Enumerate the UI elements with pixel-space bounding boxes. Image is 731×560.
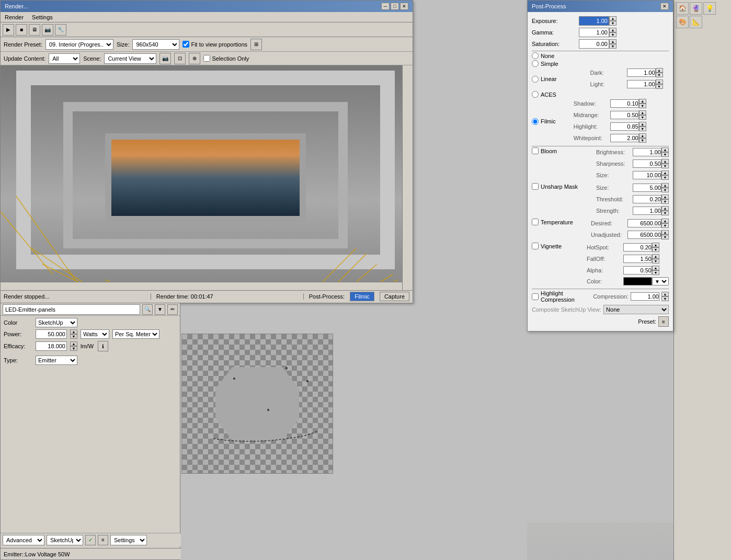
- toolbar-icon-3[interactable]: 💡: [703, 2, 716, 15]
- power-unit-dropdown[interactable]: Watts: [81, 329, 109, 339]
- highlight-input[interactable]: [610, 122, 639, 131]
- copy-icon[interactable]: ⊕: [189, 53, 200, 64]
- exposure-down[interactable]: ▼: [609, 21, 616, 26]
- close-button[interactable]: ✕: [400, 3, 408, 10]
- sharpness-input[interactable]: [633, 159, 661, 168]
- saturation-down[interactable]: ▼: [609, 44, 616, 49]
- whitepoint-down[interactable]: ▼: [639, 138, 646, 143]
- whitepoint-input[interactable]: [610, 134, 639, 142]
- size-dropdown[interactable]: 960x540: [132, 39, 179, 50]
- fit-icon[interactable]: ⊞: [250, 39, 262, 50]
- capture-button[interactable]: Capture: [380, 292, 409, 301]
- bloom-checkbox[interactable]: [532, 147, 539, 154]
- pp-close-button[interactable]: ✕: [660, 3, 669, 10]
- list-icon[interactable]: ≡: [98, 535, 108, 545]
- brightness-down[interactable]: ▼: [661, 152, 669, 157]
- exposure-input[interactable]: [579, 16, 609, 26]
- color-dropdown[interactable]: SketchUp: [36, 318, 77, 327]
- gamma-input[interactable]: [579, 28, 609, 37]
- settings-menu[interactable]: Settings: [30, 13, 55, 21]
- toolbar-icon-2[interactable]: 🔮: [690, 2, 702, 15]
- dark-up[interactable]: ▲: [656, 68, 663, 73]
- toolbar-icon-5[interactable]: 📐: [690, 16, 702, 28]
- power-up[interactable]: ▲: [70, 329, 77, 334]
- midrange-down[interactable]: ▼: [639, 115, 646, 120]
- aces-radio[interactable]: [532, 91, 539, 98]
- minimize-button[interactable]: ─: [381, 3, 390, 10]
- desired-input[interactable]: [627, 219, 661, 227]
- brightness-up[interactable]: ▲: [661, 147, 669, 152]
- filmic-button[interactable]: Filmic: [350, 292, 374, 301]
- checkmark-icon[interactable]: ✓: [85, 535, 96, 545]
- bloom-size-input[interactable]: [633, 171, 661, 179]
- power-input[interactable]: [36, 329, 67, 339]
- whitepoint-up[interactable]: ▲: [639, 133, 646, 138]
- light-down[interactable]: ▼: [656, 84, 663, 89]
- dark-down[interactable]: ▼: [656, 73, 663, 77]
- unadjusted-input[interactable]: [627, 231, 661, 239]
- threshold-down[interactable]: ▼: [661, 199, 669, 204]
- hotspot-up[interactable]: ▲: [652, 243, 659, 247]
- unsharp-size-up[interactable]: ▲: [661, 183, 669, 188]
- compression-up[interactable]: ▲: [661, 292, 669, 296]
- threshold-input[interactable]: [633, 195, 661, 203]
- horizontal-scrollbar[interactable]: [1, 282, 402, 290]
- strength-up[interactable]: ▲: [661, 206, 669, 211]
- compression-input[interactable]: [631, 292, 659, 301]
- power-per-dropdown[interactable]: Per Sq. Meter: [112, 329, 159, 339]
- gamma-up[interactable]: ▲: [609, 28, 616, 32]
- brightness-input[interactable]: [633, 148, 661, 156]
- render-menu[interactable]: Render: [3, 13, 26, 21]
- saturation-input[interactable]: [579, 39, 609, 49]
- highlight-up[interactable]: ▲: [639, 122, 646, 127]
- dropdown-icon-btn[interactable]: ▼: [155, 304, 165, 315]
- toolbar-icon-4[interactable]: 🎨: [676, 16, 689, 28]
- simple-radio[interactable]: [532, 60, 539, 67]
- maximize-button[interactable]: □: [391, 3, 399, 10]
- play-button[interactable]: ▶: [3, 24, 14, 36]
- alpha-up[interactable]: ▲: [652, 266, 659, 270]
- midrange-up[interactable]: ▲: [639, 110, 646, 115]
- unsharp-checkbox[interactable]: [532, 183, 539, 190]
- saturation-up[interactable]: ▲: [609, 39, 616, 44]
- tool3[interactable]: 🖥: [29, 24, 40, 36]
- falloff-up[interactable]: ▲: [652, 254, 659, 259]
- strength-down[interactable]: ▼: [661, 211, 669, 215]
- preset-dropdown[interactable]: 09. Interior (Progres...: [45, 39, 113, 50]
- color-dropdown[interactable]: ▼: [652, 277, 669, 285]
- light-up[interactable]: ▲: [656, 79, 663, 84]
- unsharp-size-input[interactable]: [633, 184, 661, 192]
- vertical-scrollbar[interactable]: [402, 65, 410, 290]
- hotspot-input[interactable]: [623, 243, 652, 252]
- camera-icon[interactable]: 📷: [159, 53, 171, 64]
- falloff-input[interactable]: [623, 255, 652, 263]
- shadow-input[interactable]: [610, 99, 639, 108]
- power-down[interactable]: ▼: [70, 334, 77, 339]
- preset-button[interactable]: ≡: [658, 316, 669, 327]
- exposure-up[interactable]: ▲: [609, 16, 616, 21]
- desired-up[interactable]: ▲: [661, 219, 669, 223]
- efficacy-info-icon[interactable]: ℹ: [98, 341, 108, 351]
- tool5[interactable]: 🔧: [55, 24, 66, 36]
- unadjusted-down[interactable]: ▼: [661, 235, 669, 239]
- color-swatch[interactable]: [623, 277, 652, 285]
- strength-input[interactable]: [633, 207, 661, 215]
- view-icon[interactable]: ⊡: [174, 53, 186, 64]
- advanced-dropdown[interactable]: Advanced: [3, 535, 44, 545]
- shadow-up[interactable]: ▲: [639, 99, 646, 104]
- compression-down[interactable]: ▼: [661, 296, 669, 301]
- desired-down[interactable]: ▼: [661, 223, 669, 228]
- efficacy-up[interactable]: ▲: [70, 341, 77, 346]
- sketchup-dropdown[interactable]: SketchUp: [47, 535, 83, 545]
- tool4[interactable]: 📷: [42, 24, 53, 36]
- update-dropdown[interactable]: All: [49, 53, 80, 64]
- efficacy-input[interactable]: [36, 341, 67, 351]
- search-icon-btn[interactable]: 🔍: [142, 304, 153, 315]
- alpha-down[interactable]: ▼: [652, 270, 659, 275]
- selection-only-checkbox[interactable]: [203, 55, 210, 62]
- settings-dropdown[interactable]: Settings: [110, 535, 147, 545]
- sharpness-up[interactable]: ▲: [661, 159, 669, 164]
- highlight-down[interactable]: ▼: [639, 127, 646, 131]
- dark-input[interactable]: [627, 68, 656, 77]
- composite-dropdown[interactable]: None: [603, 305, 669, 314]
